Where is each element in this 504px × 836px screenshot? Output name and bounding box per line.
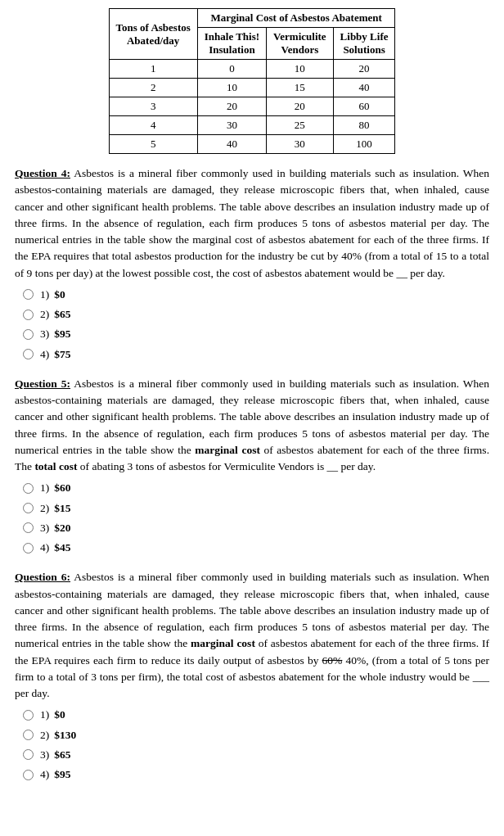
question-4-block: Question 4: Asbestos is a mineral fiber … — [15, 165, 489, 363]
col3-header-line1: Vermiculite — [273, 30, 326, 43]
q5-radio-4[interactable] — [23, 543, 34, 554]
q4-option-2: 2) $65 — [23, 306, 489, 323]
q4-option-4: 4) $75 — [23, 346, 489, 363]
question-6-strikethrough: 60% — [322, 654, 343, 667]
question-4-options: 1) $0 2) $65 3) $95 4) $75 — [23, 287, 489, 363]
q5-option-2: 2) $15 — [23, 500, 489, 517]
q5-radio-3[interactable] — [23, 522, 34, 533]
q6-option-4: 4) $95 — [23, 766, 489, 783]
question-5-label: Question 5: — [15, 377, 70, 390]
question-5-bold1: marginal cost — [195, 444, 260, 456]
table-row: 2101540 — [109, 79, 395, 97]
question-5-body-after: of abating 3 tons of asbestos for Vermic… — [77, 460, 376, 472]
question-5-text: Question 5: Asbestos is a mineral fiber … — [15, 376, 489, 476]
q6-radio-2[interactable] — [23, 730, 34, 740]
question-4-text: Question 4: Asbestos is a mineral fiber … — [15, 165, 489, 282]
q5-option-1: 1) $60 — [23, 480, 489, 496]
question-4-label: Question 4: — [15, 167, 70, 179]
q6-option-2: 2) $130 — [23, 727, 489, 743]
col2-header-line2: Insulation — [209, 43, 254, 56]
q5-radio-1[interactable] — [23, 483, 34, 494]
question-5-options: 1) $60 2) $15 3) $20 4) $45 — [23, 480, 489, 556]
q6-radio-1[interactable] — [23, 710, 34, 721]
question-6-options: 1) $0 2) $130 3) $65 4) $95 — [23, 707, 489, 783]
col1-header-line1: Tons of Asbestos — [116, 21, 191, 34]
question-5-block: Question 5: Asbestos is a mineral fiber … — [15, 376, 489, 557]
q4-option-3: 3) $95 — [23, 326, 489, 342]
question-4-body: Asbestos is a mineral fiber commonly use… — [15, 167, 489, 279]
col2-header-line1: Inhale This! — [205, 30, 259, 43]
question-6-text: Question 6: Asbestos is a mineral fiber … — [15, 569, 489, 702]
col1-header-line2: Abated/day — [127, 34, 179, 47]
q6-option-1: 1) $0 — [23, 707, 489, 723]
q4-radio-4[interactable] — [23, 349, 34, 359]
q4-option-1: 1) $0 — [23, 287, 489, 303]
q4-radio-2[interactable] — [23, 310, 34, 320]
question-6-label: Question 6: — [15, 571, 70, 583]
table-row: 4302580 — [109, 116, 395, 135]
col3-header-line2: Vendors — [281, 43, 318, 56]
q5-option-4: 4) $45 — [23, 540, 489, 556]
q4-radio-3[interactable] — [23, 329, 34, 340]
question-6-block: Question 6: Asbestos is a mineral fiber … — [15, 569, 489, 783]
table-row: 101020 — [109, 60, 395, 79]
main-header: Marginal Cost of Asbestos Abatement — [197, 9, 395, 28]
col4-header-line1: Libby Life — [340, 30, 389, 43]
question-6-bold1: marginal cost — [191, 637, 255, 649]
table-row: 3202060 — [109, 97, 395, 116]
q5-radio-2[interactable] — [23, 503, 34, 513]
q4-radio-1[interactable] — [23, 289, 34, 300]
q6-radio-4[interactable] — [23, 770, 34, 780]
question-5-bold2: total cost — [34, 460, 77, 472]
col4-header-line2: Solutions — [343, 43, 385, 56]
table-row: 54030100 — [109, 135, 395, 154]
q6-option-3: 3) $65 — [23, 747, 489, 763]
q5-option-3: 3) $20 — [23, 520, 489, 536]
q6-radio-3[interactable] — [23, 749, 34, 760]
asbestos-table: Tons of Asbestos Abated/day Marginal Cos… — [15, 8, 489, 154]
